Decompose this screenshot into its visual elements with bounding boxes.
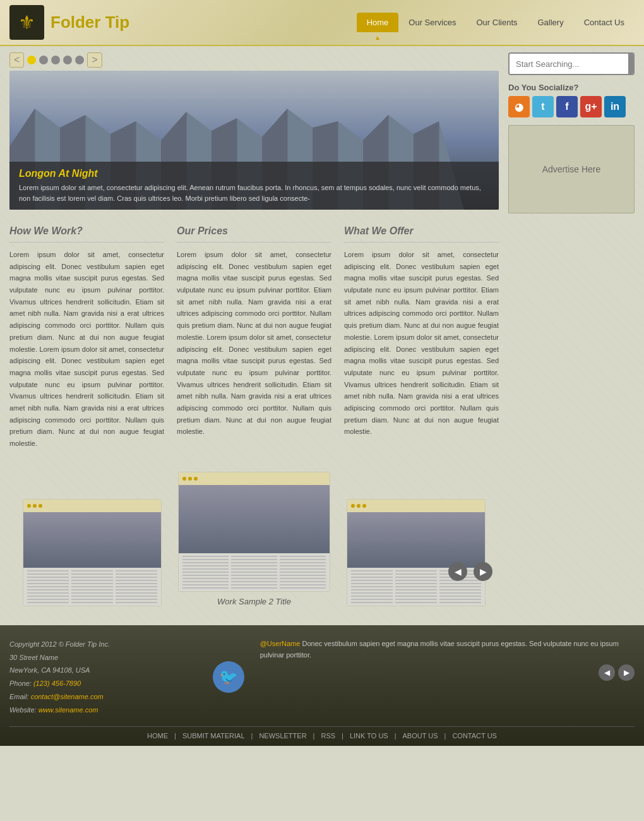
- footer-tweet-nav: ◀ ▶: [260, 664, 635, 681]
- header: ⚜ Folder Tip Home Our Services Our Clien…: [0, 0, 644, 46]
- footer-copyright: Copyright 2012 © Folder Tip Inc.: [9, 638, 197, 651]
- facebook-icon[interactable]: f: [556, 96, 578, 117]
- social-icons: ◕ t f g+ in: [508, 96, 635, 117]
- slider-section: < > Longon At Night Lorem ipsum dolor si…: [9, 52, 499, 210]
- portfolio-item-3: [340, 499, 492, 606]
- svg-text:⚜: ⚜: [18, 12, 35, 33]
- footer-address1: 30 Street Name: [9, 651, 197, 664]
- social-label: Do You Socialize?: [508, 83, 635, 92]
- portfolio-caption-2: Work Sample 2 Title: [217, 597, 291, 606]
- footer-center: 🐦: [210, 638, 247, 717]
- footer: Copyright 2012 © Folder Tip Inc. 30 Stre…: [0, 625, 644, 746]
- slider-next-arrow[interactable]: >: [87, 52, 102, 68]
- portfolio-next-button[interactable]: ▶: [474, 562, 492, 581]
- nav-services[interactable]: Our Services: [398, 13, 466, 32]
- footer-website-label: Website:: [9, 706, 37, 714]
- footer-phone: (123) 456-7890: [33, 680, 81, 687]
- content-wrapper: < > Longon At Night Lorem ipsum dolor si…: [0, 46, 644, 625]
- nav-gallery[interactable]: Gallery: [528, 13, 574, 32]
- footer-phone-label: Phone:: [9, 680, 32, 687]
- bird-symbol: 🐦: [219, 668, 238, 686]
- footer-top: Copyright 2012 © Folder Tip Inc. 30 Stre…: [9, 638, 635, 717]
- footer-email-label: Email:: [9, 693, 29, 700]
- rss-symbol: ◕: [515, 101, 523, 113]
- slider-nav: < >: [9, 52, 499, 68]
- col-text-1: Lorem ipsum dolor sit amet, consectetur …: [9, 249, 164, 450]
- footer-link-contact[interactable]: CONTACT US: [452, 732, 497, 740]
- portfolio-section: Work Sample 2 Title: [9, 472, 499, 606]
- site-title: Folder Tip: [51, 13, 129, 32]
- slider-dot-1[interactable]: [27, 56, 36, 64]
- slider-dot-2[interactable]: [39, 56, 48, 64]
- footer-link-home[interactable]: HOME: [147, 732, 168, 740]
- nav-clients[interactable]: Our Clients: [466, 13, 527, 32]
- footer-link-linkto[interactable]: LINK TO US: [350, 732, 388, 740]
- portfolio-thumb-3[interactable]: [347, 499, 486, 606]
- col-our-prices: Our Prices Lorem ipsum dolor sit amet, c…: [177, 225, 331, 450]
- portfolio-prev-button[interactable]: ◀: [448, 562, 467, 581]
- tweet-prev-button[interactable]: ◀: [599, 664, 615, 681]
- col-what-we-offer: What We Offer Lorem ipsum dolor sit amet…: [344, 225, 499, 450]
- footer-right: @UserName Donec vestibulum sapien eget m…: [260, 638, 635, 717]
- logo-icon: ⚜: [9, 5, 44, 40]
- slider-image: Longon At Night Lorem ipsum dolor sit am…: [9, 71, 499, 210]
- rss-icon[interactable]: ◕: [508, 96, 530, 117]
- tweet-text: Donec vestibulum sapien eget magna molli…: [260, 640, 619, 659]
- three-columns: How We Work? Lorem ipsum dolor sit amet,…: [9, 219, 499, 456]
- footer-website-row: Website: www.sitename.com: [9, 704, 197, 717]
- sidebar: 🔍 Do You Socialize? ◕ t f g+ in: [508, 52, 635, 619]
- twitter-symbol: t: [541, 101, 544, 112]
- footer-bottom: HOME | SUBMIT MATERIAL | NEWSLETTER | RS…: [9, 726, 635, 740]
- main-nav: Home Our Services Our Clients Gallery Co…: [357, 13, 635, 32]
- footer-link-rss[interactable]: RSS: [321, 732, 335, 740]
- footer-link-about[interactable]: ABOUT US: [403, 732, 438, 740]
- twitter-icon[interactable]: t: [532, 96, 554, 117]
- linkedin-symbol: in: [611, 101, 619, 112]
- footer-links: HOME | SUBMIT MATERIAL | NEWSLETTER | RS…: [9, 732, 635, 740]
- footer-address2: NewYork, CA 94108, USA: [9, 664, 197, 677]
- col-text-2: Lorem ipsum dolor sit amet, consectetur …: [177, 249, 331, 438]
- footer-left: Copyright 2012 © Folder Tip Inc. 30 Stre…: [9, 638, 197, 717]
- advertise-label: Advertise Here: [542, 164, 601, 174]
- advertise-box[interactable]: Advertise Here: [508, 125, 635, 213]
- footer-link-newsletter[interactable]: NEWSLETTER: [259, 732, 306, 740]
- slider-dot-5[interactable]: [75, 56, 84, 64]
- search-box: 🔍: [508, 52, 635, 75]
- col-heading-1: How We Work?: [9, 225, 164, 243]
- col-heading-3: What We Offer: [344, 225, 499, 243]
- portfolio-thumb-1[interactable]: [23, 499, 162, 606]
- slider-text: Lorem ipsum dolor sit amet, consectetur …: [19, 183, 489, 203]
- main-content: < > Longon At Night Lorem ipsum dolor si…: [9, 52, 499, 619]
- footer-phone-row: Phone: (123) 456-7890: [9, 677, 197, 690]
- portfolio-item-2: Work Sample 2 Title: [178, 472, 331, 606]
- portfolio-thumb-2[interactable]: [178, 472, 331, 592]
- slider-dot-4[interactable]: [63, 56, 72, 64]
- linkedin-icon[interactable]: in: [604, 96, 626, 117]
- social-section: Do You Socialize? ◕ t f g+ in: [508, 83, 635, 117]
- footer-bird-icon: 🐦: [213, 661, 244, 693]
- tweet-next-button[interactable]: ▶: [618, 664, 635, 681]
- footer-email-row: Email: contact@sitename.com: [9, 690, 197, 704]
- slider-caption: Longon At Night Lorem ipsum dolor sit am…: [9, 162, 499, 210]
- portfolio-item-1: [16, 499, 169, 606]
- tweet-username[interactable]: @UserName: [260, 640, 301, 647]
- facebook-symbol: f: [565, 101, 568, 112]
- slider-dot-3[interactable]: [51, 56, 60, 64]
- slider-prev-arrow[interactable]: <: [9, 52, 24, 68]
- slider-title: Longon At Night: [19, 168, 489, 179]
- nav-home[interactable]: Home: [357, 13, 399, 32]
- col-how-we-work: How We Work? Lorem ipsum dolor sit amet,…: [9, 225, 164, 450]
- col-text-3: Lorem ipsum dolor sit amet, consectetur …: [344, 249, 499, 438]
- search-input[interactable]: [510, 54, 628, 74]
- col-heading-2: Our Prices: [177, 225, 331, 243]
- footer-email[interactable]: contact@sitename.com: [31, 693, 104, 700]
- gplus-icon[interactable]: g+: [580, 96, 602, 117]
- nav-contact[interactable]: Contact Us: [574, 13, 635, 32]
- logo-area: ⚜ Folder Tip: [9, 5, 129, 40]
- footer-website[interactable]: www.sitename.com: [39, 706, 98, 714]
- search-button[interactable]: 🔍: [628, 54, 635, 74]
- gplus-symbol: g+: [585, 101, 597, 112]
- footer-link-submit[interactable]: SUBMIT MATERIAL: [182, 732, 245, 740]
